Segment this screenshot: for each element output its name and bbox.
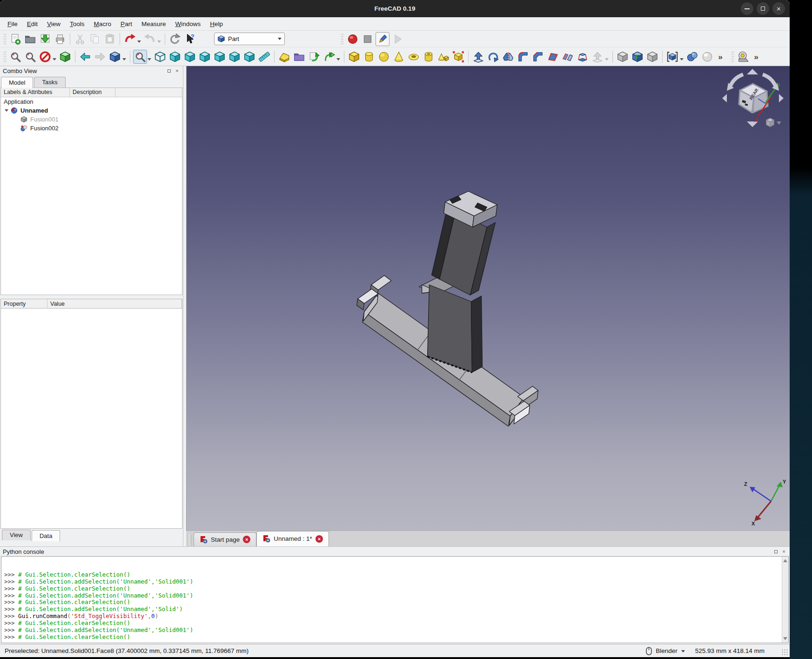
scroll-up-icon[interactable] [783,558,787,562]
menu-tools[interactable]: Tools [65,19,89,29]
redo-dropdown-icon[interactable] [157,40,161,43]
menu-view[interactable]: View [42,19,65,29]
measure-distance-button[interactable] [257,50,271,64]
macro-stop-button[interactable] [361,32,375,46]
save-document-button[interactable] [38,32,52,46]
toolbar-grip[interactable] [3,51,7,63]
value-column[interactable]: Value [47,299,182,308]
measure-tape-button[interactable] [736,50,750,64]
expander-icon[interactable] [5,109,8,112]
menu-file[interactable]: File [3,19,22,29]
tree-item-fusion001[interactable]: Fusion001 [1,115,182,124]
3d-viewport[interactable]: REAR Y X [186,66,790,531]
property-editor[interactable] [0,309,182,529]
close-console-icon[interactable]: × [781,549,787,555]
part-union-button[interactable] [645,50,659,64]
tree-column-labels[interactable]: Labels & Attributes [1,88,70,97]
part-extrude-button[interactable] [471,50,485,64]
close-tab-icon[interactable]: × [315,535,323,543]
new-document-button[interactable] [8,32,22,46]
part-box-button[interactable] [347,50,361,64]
part-boolean-button[interactable]: F [631,50,644,64]
part-import-button[interactable] [307,50,321,64]
refresh-button[interactable] [168,32,182,46]
part-chamfer-button[interactable] [531,50,545,64]
copy-button[interactable] [88,32,102,46]
resize-grip[interactable] [781,649,788,655]
open-document-button[interactable] [23,32,37,46]
nav-forward-button[interactable] [93,50,107,64]
macro-play-button[interactable] [390,32,404,46]
axonometric-view-button[interactable] [58,50,72,64]
part-tube-button[interactable] [422,50,436,64]
part-intersection-button[interactable] [685,50,699,64]
tab-model[interactable]: Model [1,77,33,88]
macro-edit-button[interactable] [376,32,389,46]
redo-button[interactable] [143,32,157,46]
nav-mini-cube-icon[interactable] [766,118,774,127]
tree-item-document[interactable]: Unnamed [1,106,182,115]
nav-back-button[interactable] [78,50,92,64]
zoom-tool-dropdown-icon[interactable] [148,58,151,61]
console-scrollbar[interactable] [782,557,788,643]
part-cylinder-button[interactable] [362,50,376,64]
tab-data[interactable]: Data [32,530,60,541]
part-export-dropdown-icon[interactable] [336,58,340,61]
tab-view[interactable]: View [2,530,31,540]
menu-part[interactable]: Part [116,19,137,29]
part-compound-tools-button[interactable] [292,50,306,64]
part-revolve-button[interactable] [486,50,500,64]
menu-measure[interactable]: Measure [137,19,171,29]
view-bottom-button[interactable] [228,50,242,64]
menu-macro[interactable]: Macro [89,19,116,29]
tree-column-description[interactable]: Description [70,88,115,97]
part-compound-button[interactable] [616,50,630,64]
nav-style-selector[interactable]: Blender [656,647,678,654]
python-console[interactable]: >>> # Gui.Selection.clearSelection()>>> … [1,556,789,643]
paste-button[interactable] [103,32,117,46]
part-loft-button[interactable] [576,50,590,64]
toolbar-grip[interactable] [341,33,344,45]
part-sweep-dropdown-icon[interactable] [605,58,609,61]
part-mirror-button[interactable] [501,50,515,64]
3d-model[interactable] [187,66,790,531]
clipping-plane-button[interactable] [38,50,52,64]
float-panel-icon[interactable] [166,68,172,74]
part-torus-button[interactable] [407,50,421,64]
menu-help[interactable]: Help [205,19,228,29]
axonometric-wire-button[interactable] [153,50,167,64]
clipping-plane-dropdown-icon[interactable] [53,58,56,61]
print-button[interactable] [53,32,67,46]
toolbar-grip[interactable] [3,33,7,45]
tree-item-fusion002[interactable]: Fusion002 [1,124,182,133]
maximize-button[interactable] [757,2,769,15]
selection-view-dropdown-icon[interactable] [680,58,684,61]
cut-button[interactable] [73,32,87,46]
fit-all-button[interactable] [8,50,22,64]
fit-selection-button[interactable] [23,50,37,64]
nav-style-dropdown-icon[interactable] [681,650,685,652]
property-column[interactable]: Property [1,299,47,308]
part-primitives-button[interactable] [451,50,465,64]
view-front-button[interactable] [168,50,182,64]
menu-windows[interactable]: Windows [170,19,205,29]
view-right-button[interactable] [198,50,212,64]
part-wedge-button[interactable] [277,50,291,64]
close-panel-icon[interactable]: × [174,68,180,74]
tab-unnamed-document[interactable]: Unnamed : 1* × [256,531,329,546]
whats-this-button[interactable]: ? [183,32,197,46]
close-tab-icon[interactable]: × [243,536,250,543]
tab-start-page[interactable]: Start page × [194,532,256,546]
panel-splitter[interactable] [0,295,183,299]
part-ruled-surface-button[interactable] [561,50,575,64]
toolbar-grip[interactable] [731,51,734,63]
workbench-selector[interactable]: Part [214,33,285,45]
part-sphere-button[interactable] [377,50,391,64]
part-make-face-button[interactable] [546,50,560,64]
tab-tasks[interactable]: Tasks [34,77,65,87]
tree-root-application[interactable]: Application [1,97,182,106]
close-button[interactable]: × [772,2,785,15]
part-sweep-button[interactable] [591,50,604,64]
toolbar-overflow-1-button[interactable]: » [715,50,729,64]
isometric-view-button[interactable] [108,50,122,64]
